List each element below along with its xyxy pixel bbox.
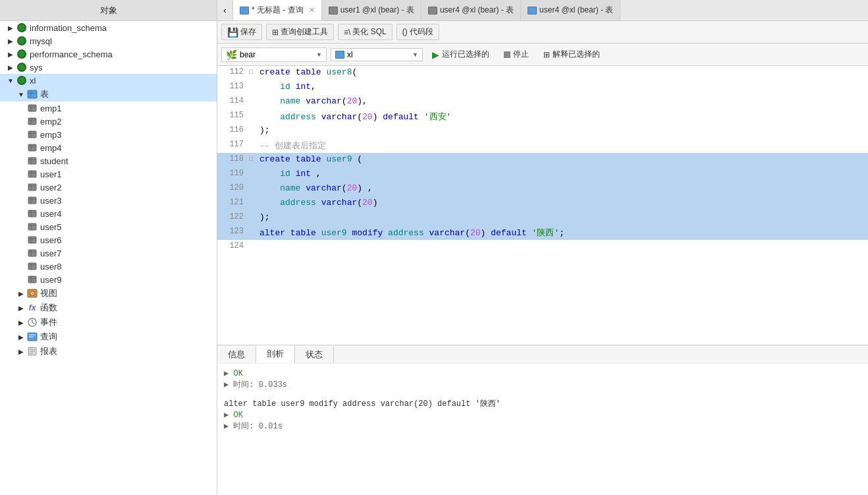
tab-user4-2[interactable]: user4 @xl (bear) - 表: [521, 0, 620, 20]
line-number: 114: [217, 95, 249, 105]
code-editor[interactable]: 112 □ create table user8( 113 id int, 11…: [217, 66, 868, 345]
save-button[interactable]: 💾 保存: [221, 24, 262, 40]
sidebar-item-mysql[interactable]: ▶ mysql: [0, 34, 217, 47]
tab-nav-prev[interactable]: ‹: [217, 0, 233, 20]
sidebar-item-events[interactable]: ▶ 事件: [0, 315, 217, 330]
arrow-icon: ▶: [224, 380, 229, 390]
leaf-icon: 🌿: [226, 49, 237, 60]
bottom-tabs: 信息 剖析 状态: [217, 345, 868, 363]
collapse-btn: [249, 240, 257, 243]
tab-close-icon[interactable]: ✕: [309, 6, 315, 15]
sidebar-item-emp1[interactable]: emp1: [0, 102, 217, 115]
tab-info[interactable]: 信息: [217, 346, 256, 363]
table-name: user8: [40, 262, 62, 272]
sidebar-item-sys[interactable]: ▶ sys: [0, 61, 217, 74]
sidebar-item-student[interactable]: student: [0, 154, 217, 167]
view-icon: [26, 288, 38, 299]
sidebar-item-user7[interactable]: user7: [0, 247, 217, 260]
svg-rect-27: [28, 210, 36, 217]
sidebar-item-emp4[interactable]: emp4: [0, 141, 217, 154]
code-line-118: 118 □ create table user9 (: [217, 153, 868, 167]
table-name: emp3: [40, 130, 62, 140]
code-line-122: 122 );: [217, 211, 868, 225]
db-label: mysql: [30, 36, 52, 46]
stop-label: 停止: [513, 49, 529, 60]
table-name: user1: [40, 169, 62, 179]
sidebar: ▶ information_schema ▶ mysql ▶ performan…: [0, 21, 217, 495]
connection-selector[interactable]: 🌿 bear ▼: [221, 47, 327, 62]
output-line: ▶ OK: [224, 410, 861, 420]
tab-query-label: * 无标题 - 查询: [252, 5, 304, 16]
explain-icon: ⊞: [543, 50, 550, 59]
svg-rect-24: [28, 197, 36, 204]
stop-button[interactable]: 停止: [499, 47, 534, 62]
sidebar-item-xl[interactable]: ▼ xl: [0, 74, 217, 87]
arrow-icon: ▶: [224, 411, 229, 420]
table-icon: [26, 248, 38, 258]
expand-icon: ▶: [16, 319, 26, 326]
svg-rect-21: [28, 184, 36, 190]
sidebar-item-user8[interactable]: user8: [0, 260, 217, 273]
right-panel: 💾 保存 ⊞ 查询创建工具 ≡\ 美化 SQL () 代码段 🌿 bear ▼: [217, 21, 868, 495]
explain-button[interactable]: ⊞ 解释已选择的: [538, 47, 605, 62]
tabs-container: * 无标题 - 查询 ✕ user1 @xl (bear) - 表 user4 …: [233, 0, 868, 20]
sidebar-item-views[interactable]: ▶ 视图: [0, 286, 217, 301]
ok-label: OK: [233, 369, 242, 378]
line-content: alter table user9 modify address varchar…: [257, 225, 868, 240]
db-label: sys: [30, 63, 43, 73]
sidebar-item-performance-schema[interactable]: ▶ performance_schema: [0, 47, 217, 61]
query-builder-button[interactable]: ⊞ 查询创建工具: [266, 24, 334, 40]
collapse-btn[interactable]: □: [249, 153, 257, 163]
table-icon: [26, 156, 38, 166]
sidebar-item-functions[interactable]: ▶ fx 函数: [0, 301, 217, 315]
sidebar-item-user1[interactable]: user1: [0, 167, 217, 181]
expand-icon: ▶: [16, 290, 26, 297]
code-line-112: 112 □ create table user8(: [217, 66, 868, 80]
sidebar-item-queries[interactable]: ▶ 查询: [0, 330, 217, 344]
sidebar-item-user6[interactable]: user6: [0, 233, 217, 247]
beautify-button[interactable]: ≡\ 美化 SQL: [338, 24, 393, 40]
tab-user4-1[interactable]: user4 @xl (bear) - 表: [421, 0, 521, 20]
sidebar-item-user5[interactable]: user5: [0, 220, 217, 233]
beautify-label: 美化 SQL: [352, 26, 386, 38]
table-name: user9: [40, 275, 62, 285]
save-label: 保存: [240, 26, 256, 38]
sidebar-item-user4[interactable]: user4: [0, 207, 217, 220]
sidebar-item-emp2[interactable]: emp2: [0, 115, 217, 128]
tab-profile[interactable]: 剖析: [256, 345, 295, 364]
line-content: name varchar(20) ,: [257, 182, 868, 194]
table-icon: [26, 195, 38, 206]
collapse-btn: [249, 138, 257, 141]
sidebar-item-user9[interactable]: user9: [0, 273, 217, 286]
sidebar-item-emp3[interactable]: emp3: [0, 128, 217, 141]
run-label: 运行已选择的: [442, 49, 489, 60]
database-selector[interactable]: xl ▼: [331, 48, 423, 61]
svg-rect-6: [28, 118, 36, 125]
expand-icon: ▶: [5, 24, 16, 32]
table-icon: [26, 169, 38, 179]
chevron-left-icon: ‹: [223, 5, 226, 15]
sidebar-item-tables[interactable]: ▼ 表: [0, 87, 217, 102]
table-group-icon: [26, 89, 38, 100]
tab-user1[interactable]: user1 @xl (bear) - 表: [322, 0, 421, 20]
table-tab-icon3: [528, 7, 537, 15]
run-button[interactable]: ▶ 运行已选择的: [427, 47, 495, 62]
tab-status[interactable]: 状态: [295, 346, 334, 363]
output-line: ▶ OK: [224, 368, 861, 378]
views-label: 视图: [40, 287, 57, 299]
sidebar-item-user3[interactable]: user3: [0, 194, 217, 207]
sidebar-item-information-schema[interactable]: ▶ information_schema: [0, 21, 217, 34]
code-segment-button[interactable]: () 代码段: [396, 24, 439, 40]
line-number: 112: [217, 66, 249, 76]
collapse-btn[interactable]: □: [249, 66, 257, 76]
query-builder-icon: ⊞: [272, 28, 279, 37]
db-label: performance_schema: [30, 49, 113, 59]
expand-icon: ▶: [5, 51, 16, 58]
svg-point-47: [32, 293, 34, 295]
sidebar-item-reports[interactable]: ▶ 报表: [0, 344, 217, 359]
code-area[interactable]: 112 □ create table user8( 113 id int, 11…: [217, 66, 868, 345]
stop-icon: [504, 51, 510, 58]
tab-query[interactable]: * 无标题 - 查询 ✕: [233, 0, 322, 20]
line-number: 118: [217, 153, 249, 163]
sidebar-item-user2[interactable]: user2: [0, 181, 217, 194]
